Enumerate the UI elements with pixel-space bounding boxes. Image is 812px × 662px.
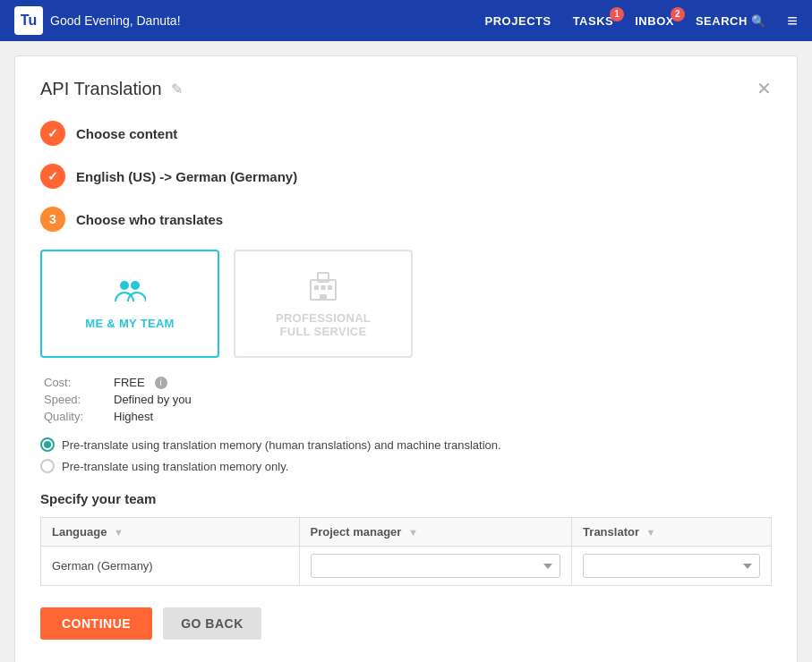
go-back-button[interactable]: GO BACK: [163, 607, 261, 640]
step-1-row: ✓ Choose content: [40, 121, 772, 146]
nav-search[interactable]: SEARCH 🔍: [696, 14, 765, 28]
quality-value: Highest: [114, 410, 153, 423]
quality-row: Quality: Highest: [44, 410, 772, 423]
nav-tasks[interactable]: TASKS 1: [573, 14, 614, 28]
professional-label: PROFESSIONALFULL SERVICE: [276, 311, 371, 338]
translator-filter-icon[interactable]: ▼: [646, 527, 656, 538]
cost-value: FREE: [114, 376, 145, 389]
step-3-label: Choose who translates: [76, 212, 223, 227]
continue-button[interactable]: CONTINUE: [40, 607, 152, 640]
step-3-row: 3 Choose who translates: [40, 207, 772, 232]
edit-icon[interactable]: ✎: [171, 81, 183, 98]
col-language: Language ▼: [41, 518, 300, 547]
col-project-manager: Project manager ▼: [299, 518, 572, 547]
app-logo[interactable]: Tu Good Evening, Danuta!: [14, 6, 181, 35]
radio-group: Pre-translate using translation memory (…: [40, 437, 772, 473]
step-3-number: 3: [49, 212, 56, 226]
card-title-text: API Translation: [40, 79, 162, 99]
greeting-text: Good Evening, Danuta!: [50, 13, 181, 28]
card-title-row: API Translation ✎ ✕: [40, 78, 772, 99]
step-2-label: English (US) -> German (Germany): [76, 169, 297, 184]
card-title-group: API Translation ✎: [40, 79, 183, 99]
step-2-row: ✓ English (US) -> German (Germany): [40, 164, 772, 189]
radio-2-circle[interactable]: [40, 459, 55, 473]
nav-projects[interactable]: PROJECTS: [485, 14, 551, 28]
cell-language: German (Germany): [41, 547, 300, 586]
nav-links: PROJECTS TASKS 1 INBOX 2 SEARCH 🔍 ≡: [485, 11, 798, 31]
people-icon: [114, 278, 146, 310]
translator-card-me-team[interactable]: ME & MY TEAM: [40, 250, 219, 358]
speed-label: Speed:: [44, 393, 107, 406]
radio-1-label: Pre-translate using translation memory (…: [62, 438, 501, 452]
speed-value: Defined by you: [114, 393, 192, 406]
table-row: German (Germany): [41, 547, 772, 586]
radio-option-1[interactable]: Pre-translate using translation memory (…: [40, 437, 772, 452]
step-1-label: Choose content: [76, 126, 177, 141]
svg-rect-7: [320, 294, 327, 300]
top-navigation: Tu Good Evening, Danuta! PROJECTS TASKS …: [0, 0, 812, 41]
close-icon[interactable]: ✕: [756, 78, 772, 99]
step-1-check: ✓: [47, 126, 58, 140]
translator-card-professional: PROFESSIONALFULL SERVICE: [234, 250, 413, 358]
step-2-check: ✓: [47, 169, 58, 183]
cost-info-icon[interactable]: i: [155, 377, 167, 389]
speed-row: Speed: Defined by you: [44, 393, 772, 406]
quality-label: Quality:: [44, 410, 107, 423]
search-icon: 🔍: [751, 14, 766, 28]
hamburger-menu[interactable]: ≡: [787, 11, 798, 31]
main-card: API Translation ✎ ✕ ✓ Choose content ✓ E…: [14, 55, 798, 662]
cell-project-manager: [299, 547, 572, 586]
language-filter-icon[interactable]: ▼: [114, 527, 124, 538]
radio-2-label: Pre-translate using translation memory o…: [62, 460, 288, 473]
inbox-badge: 2: [671, 7, 685, 21]
me-team-label: ME & MY TEAM: [85, 317, 174, 330]
pm-filter-icon[interactable]: ▼: [408, 527, 418, 538]
specify-team-section: Specify your team Language ▼ Project man…: [40, 491, 772, 586]
svg-rect-5: [321, 285, 326, 290]
cell-translator: [572, 547, 772, 586]
pm-select[interactable]: [311, 554, 561, 578]
cost-row: Cost: FREE i: [44, 376, 772, 389]
radio-1-circle[interactable]: [40, 437, 55, 452]
step-1-circle: ✓: [40, 121, 65, 146]
translator-options: ME & MY TEAM PROFESSIONALFULL SERVICE: [40, 250, 772, 358]
team-table: Language ▼ Project manager ▼ Translator …: [40, 517, 772, 586]
button-row: CONTINUE GO BACK: [40, 607, 772, 640]
professional-icon: [307, 269, 339, 304]
page-wrapper: API Translation ✎ ✕ ✓ Choose content ✓ E…: [0, 41, 812, 662]
col-translator: Translator ▼: [572, 518, 772, 547]
cost-label: Cost:: [44, 376, 107, 389]
svg-rect-6: [328, 285, 332, 290]
svg-rect-4: [314, 285, 319, 290]
logo-box: Tu: [14, 6, 43, 35]
step-3-circle: 3: [40, 207, 65, 232]
nav-inbox[interactable]: INBOX 2: [635, 14, 674, 28]
tasks-badge: 1: [610, 7, 624, 21]
step-2-circle: ✓: [40, 164, 65, 189]
section-title: Specify your team: [40, 491, 772, 506]
radio-option-2[interactable]: Pre-translate using translation memory o…: [40, 459, 772, 473]
translator-select[interactable]: [583, 554, 760, 578]
svg-point-1: [131, 281, 140, 290]
svg-point-0: [120, 281, 129, 290]
info-table: Cost: FREE i Speed: Defined by you Quali…: [40, 376, 772, 423]
